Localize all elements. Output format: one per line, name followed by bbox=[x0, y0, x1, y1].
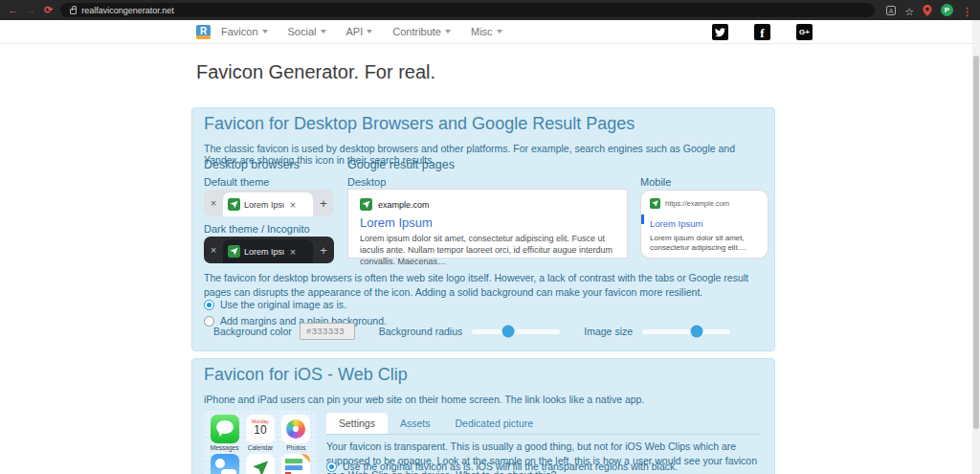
news-app-icon bbox=[281, 454, 310, 474]
browser-tab-preview: Lorem Ipsum bbox=[223, 239, 313, 263]
dark-theme-label: Dark theme / Incognito bbox=[204, 223, 310, 235]
default-theme-label: Default theme bbox=[204, 176, 269, 188]
google-plus-icon[interactable] bbox=[796, 24, 813, 40]
photos-app-icon bbox=[281, 415, 310, 443]
site-navbar: Favicon Social API Contribute Misc bbox=[0, 20, 980, 44]
tab-close-icon bbox=[288, 199, 298, 211]
url-text: realfavicongenerator.net bbox=[81, 6, 174, 15]
scrollbar-track[interactable] bbox=[972, 20, 980, 474]
translate-icon[interactable] bbox=[886, 6, 896, 15]
facebook-icon[interactable] bbox=[754, 24, 770, 40]
tab-close-icon bbox=[204, 237, 223, 263]
app-label: Photos bbox=[278, 444, 314, 451]
dark-tabstrip-preview: Lorem Ipsum bbox=[204, 237, 334, 263]
weather-app-icon bbox=[211, 454, 239, 474]
ios-webclip-panel: Favicon for iOS - Web Clip iPhone and iP… bbox=[191, 358, 775, 474]
chevron-down-icon bbox=[321, 30, 326, 34]
panel-title: Favicon for iOS - Web Clip bbox=[204, 365, 408, 385]
browser-tab-preview: Lorem Ipsum bbox=[223, 192, 313, 216]
contrast-hint: The favicon for desktop browsers is ofte… bbox=[204, 271, 761, 300]
favicon-preview-icon bbox=[228, 245, 240, 258]
mobile-label: Mobile bbox=[640, 176, 671, 188]
address-bar[interactable]: realfavicongenerator.net bbox=[60, 3, 875, 17]
chevron-down-icon bbox=[445, 30, 451, 34]
chevron-down-icon bbox=[367, 30, 372, 34]
result-accent-bar bbox=[641, 214, 644, 224]
desktop-browsers-panel: Favicon for Desktop Browsers and Google … bbox=[191, 107, 775, 351]
tab-close-icon bbox=[204, 190, 223, 216]
radio-selected-icon bbox=[326, 462, 337, 472]
webclip-favicon-icon bbox=[246, 454, 275, 474]
calendar-app-icon: Monday 10 bbox=[246, 415, 275, 443]
google-desktop-preview: example.com Lorem Ipsum Lorem ipsum dolo… bbox=[347, 189, 628, 259]
forward-icon[interactable] bbox=[26, 5, 36, 15]
background-radius-label: Background radius bbox=[379, 326, 463, 337]
background-controls: Background color Background radius Image… bbox=[213, 323, 730, 340]
slider-thumb[interactable] bbox=[691, 326, 703, 338]
radio-selected-icon bbox=[204, 300, 214, 310]
lock-icon bbox=[70, 9, 77, 14]
scrollbar-thumb[interactable] bbox=[973, 56, 979, 429]
twitter-icon[interactable] bbox=[712, 24, 728, 40]
tab-title: Lorem Ipsum bbox=[244, 247, 284, 257]
nav-item-misc[interactable]: Misc bbox=[471, 26, 502, 37]
tab-dedicated-picture[interactable]: Dedicated picture bbox=[442, 413, 546, 434]
desktop-label: Desktop bbox=[347, 176, 386, 188]
tab-settings[interactable]: Settings bbox=[326, 413, 388, 434]
ios-tabs: Settings Assets Dedicated picture bbox=[326, 413, 761, 435]
favicon-preview-icon bbox=[360, 198, 372, 211]
new-tab-icon bbox=[313, 190, 334, 216]
google-result-pages-label: Google result pages bbox=[347, 158, 455, 171]
background-radius-slider[interactable] bbox=[472, 329, 560, 334]
extension-pin-icon[interactable] bbox=[923, 5, 932, 16]
slider-thumb[interactable] bbox=[502, 326, 515, 338]
nav-item-social[interactable]: Social bbox=[288, 26, 326, 37]
page-title: Favicon Generator. For real. bbox=[196, 61, 435, 83]
app-label: Messages bbox=[207, 444, 242, 451]
radio-original-image[interactable]: Use the original image as is. bbox=[204, 299, 346, 310]
result-site: https://example.com bbox=[665, 199, 729, 208]
nav-item-api[interactable]: API bbox=[346, 26, 373, 37]
messages-app-icon bbox=[211, 415, 239, 443]
tab-close-icon bbox=[288, 246, 298, 258]
back-icon[interactable] bbox=[8, 5, 18, 15]
result-link: Lorem Ipsum bbox=[360, 215, 615, 230]
nav-item-contribute[interactable]: Contribute bbox=[392, 26, 451, 37]
tab-title: Lorem Ipsum bbox=[244, 200, 284, 210]
panel-title: Favicon for Desktop Browsers and Google … bbox=[204, 114, 635, 134]
background-color-input[interactable] bbox=[300, 323, 355, 340]
image-size-label: Image size bbox=[584, 326, 633, 337]
result-snippet: Lorem ipsum dolor sit amet, consectetur … bbox=[360, 233, 615, 267]
new-tab-icon bbox=[313, 237, 334, 263]
nav-menu: Favicon Social API Contribute Misc bbox=[221, 26, 502, 37]
image-size-slider[interactable] bbox=[642, 329, 730, 334]
rfg-logo-icon[interactable] bbox=[196, 25, 211, 39]
browser-window: realfavicongenerator.net P Favicon Socia… bbox=[0, 0, 980, 474]
social-links bbox=[712, 24, 813, 40]
ios-homescreen-preview: Messages Monday 10 Calendar Photos bbox=[204, 411, 317, 474]
google-mobile-preview: https://example.com Lorem Ipsum Lorem ip… bbox=[640, 190, 768, 259]
menu-dots-icon[interactable] bbox=[962, 2, 972, 19]
favicon-preview-icon bbox=[228, 198, 240, 211]
reload-icon[interactable] bbox=[44, 5, 53, 15]
result-site: example.com bbox=[378, 200, 430, 210]
radio-ios-original[interactable]: Use the original favicon as is. iOS will… bbox=[326, 461, 678, 472]
tab-assets[interactable]: Assets bbox=[388, 413, 443, 434]
profile-avatar[interactable]: P bbox=[941, 4, 953, 16]
browser-chrome: realfavicongenerator.net P bbox=[0, 0, 980, 20]
chevron-down-icon bbox=[497, 30, 502, 34]
bookmark-star-icon[interactable] bbox=[904, 2, 914, 19]
app-label: Calendar bbox=[242, 444, 278, 451]
background-color-label: Background color bbox=[213, 326, 292, 337]
light-tabstrip-preview: Lorem Ipsum bbox=[204, 190, 334, 216]
favicon-preview-icon bbox=[650, 198, 660, 209]
result-link: Lorem Ipsum bbox=[650, 218, 702, 229]
desktop-browsers-label: Desktop browsers bbox=[204, 158, 300, 171]
panel-subtitle: iPhone and iPad users can pin your web s… bbox=[204, 394, 763, 405]
result-snippet: Lorem ipsum dolor sit amet, consectetur … bbox=[650, 234, 759, 254]
chevron-down-icon bbox=[262, 30, 268, 34]
nav-item-favicon[interactable]: Favicon bbox=[221, 26, 268, 37]
